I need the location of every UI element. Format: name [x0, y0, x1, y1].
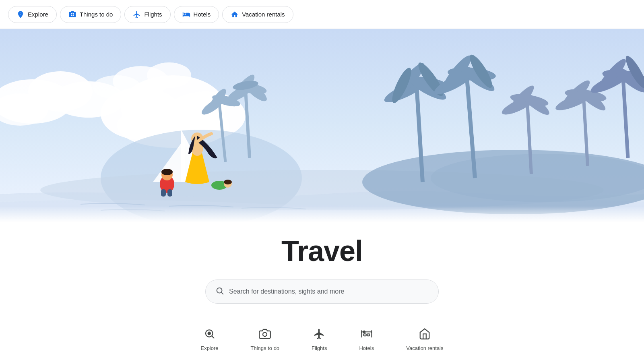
nav-things-to-do[interactable]: Things to do [60, 6, 122, 23]
svg-rect-75 [363, 334, 366, 336]
bottom-camera-icon [259, 328, 271, 342]
nav-explore[interactable]: Explore [8, 6, 57, 23]
nav-flights[interactable]: Flights [124, 6, 170, 23]
bottom-vacation-label: Vacation rentals [406, 345, 443, 351]
bottom-nav-things-to-do[interactable]: Things to do [251, 328, 280, 351]
svg-line-72 [212, 336, 214, 339]
svg-point-60 [161, 169, 173, 175]
camera-icon [68, 10, 76, 19]
nav-hotels[interactable]: Hotels [174, 6, 219, 23]
hero-section [0, 29, 644, 222]
top-navigation: Explore Things to do Flights Hotels Vaca… [0, 0, 644, 29]
svg-point-74 [263, 332, 267, 336]
bottom-nav-vacation-rentals[interactable]: Vacation rentals [406, 328, 443, 351]
bottom-explore-icon [204, 328, 216, 342]
flights-icon [133, 10, 141, 19]
svg-rect-68 [0, 206, 644, 222]
bottom-explore-label: Explore [200, 345, 218, 351]
search-container: Search for destinations, sights and more [0, 279, 644, 304]
bottom-flights-icon [313, 328, 325, 342]
svg-rect-76 [367, 334, 369, 336]
bottom-navigation: Explore Things to do Flights [0, 324, 644, 354]
svg-rect-61 [161, 189, 166, 197]
page-title: Travel [281, 234, 363, 267]
flights-label: Flights [144, 11, 162, 18]
svg-rect-62 [167, 189, 172, 197]
travel-title-section: Travel [0, 222, 644, 279]
svg-point-0 [20, 12, 21, 14]
svg-line-70 [221, 292, 223, 294]
nav-vacation-rentals[interactable]: Vacation rentals [222, 6, 293, 23]
hotels-icon [182, 10, 190, 19]
explore-label: Explore [28, 11, 48, 18]
svg-point-73 [208, 332, 210, 335]
search-bar[interactable]: Search for destinations, sights and more [205, 279, 439, 304]
things-to-do-label: Things to do [80, 11, 113, 18]
bottom-things-to-do-label: Things to do [251, 345, 280, 351]
bottom-vacation-icon [419, 328, 431, 342]
hero-illustration [0, 29, 644, 222]
vacation-icon [231, 10, 239, 19]
bottom-nav-hotels[interactable]: Hotels [359, 328, 374, 351]
bottom-nav-flights[interactable]: Flights [312, 328, 327, 351]
bottom-nav-explore[interactable]: Explore [200, 328, 218, 351]
bottom-hotels-icon [361, 328, 373, 342]
search-icon [215, 286, 224, 297]
bottom-hotels-label: Hotels [359, 345, 374, 351]
search-placeholder: Search for destinations, sights and more [229, 288, 344, 295]
explore-icon [17, 10, 25, 19]
svg-point-67 [224, 180, 232, 184]
vacation-label: Vacation rentals [242, 11, 285, 18]
hotels-label: Hotels [194, 11, 211, 18]
bottom-flights-label: Flights [312, 345, 327, 351]
